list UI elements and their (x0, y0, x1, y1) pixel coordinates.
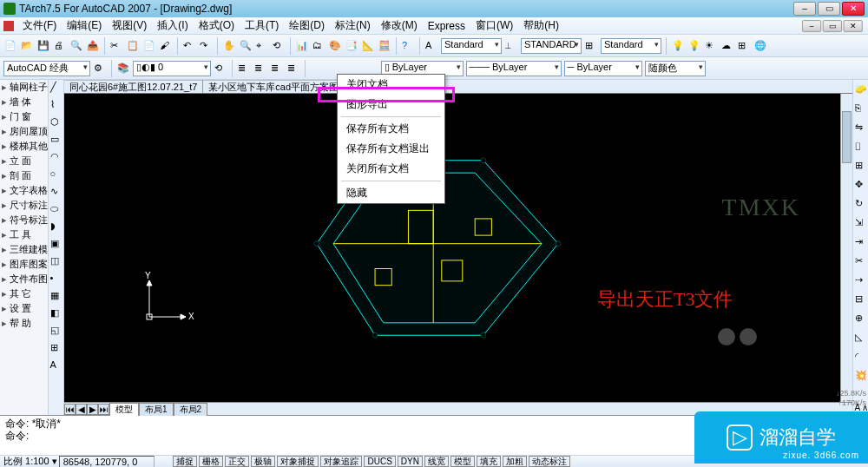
erase-icon[interactable]: 🧽 (855, 83, 867, 95)
tab-layout1[interactable]: 布局1 (139, 403, 174, 416)
mtext-icon[interactable]: A (50, 359, 62, 372)
nav-icons[interactable] (713, 324, 766, 350)
tree-text[interactable]: 文字表格 (0, 183, 48, 198)
toggle-otrack[interactable]: 对象追踪 (320, 456, 362, 467)
publish-icon[interactable]: 📤 (86, 39, 100, 53)
block-icon[interactable]: ◫ (50, 255, 62, 267)
tab-nav-last[interactable]: ⏭ (98, 404, 109, 415)
polygon-icon[interactable]: ⬡ (50, 116, 62, 128)
menu-express[interactable]: Express (423, 20, 470, 32)
markup-icon[interactable]: 📐 (361, 39, 375, 53)
viewport[interactable]: TMXK 导出天正T3文件 X Y (64, 94, 852, 402)
close-button[interactable]: ✕ (842, 2, 865, 16)
minimize-button[interactable]: – (793, 2, 816, 16)
bulb2-icon[interactable]: 💡 (687, 39, 701, 53)
hatch-icon[interactable]: ▦ (50, 290, 62, 302)
tree-section[interactable]: 剖 面 (0, 168, 48, 183)
tree-elev[interactable]: 立 面 (0, 154, 48, 168)
ctx-close-doc[interactable]: 关闭文档 (338, 75, 444, 95)
ctx-export-drawing[interactable]: 图形导出 (338, 95, 444, 115)
stretch-icon[interactable]: ⇥ (855, 236, 867, 248)
toggle-dyn[interactable]: DYN (398, 456, 423, 467)
menu-tools[interactable]: 工具(T) (240, 18, 284, 33)
tab-nav-prev[interactable]: ◀ (76, 404, 87, 415)
pline-icon[interactable]: ⌇ (50, 99, 62, 111)
print-icon[interactable]: 🖨 (53, 39, 67, 53)
mdi-close-button[interactable]: ✕ (844, 20, 863, 32)
insert-icon[interactable]: ▣ (50, 238, 62, 250)
tree-stair[interactable]: 楼梯其他 (0, 139, 48, 154)
save-icon[interactable]: 💾 (36, 39, 50, 53)
menu-insert[interactable]: 插入(I) (152, 18, 193, 33)
tree-lib[interactable]: 图库图案 (0, 257, 48, 272)
status-scale[interactable]: 比例 1:100 ▾ (3, 455, 57, 467)
menu-edit[interactable]: 编辑(E) (62, 18, 107, 33)
tab-nav-first[interactable]: ⏮ (64, 404, 76, 415)
tree-room[interactable]: 房间屋顶 (0, 124, 48, 139)
toggle-snap[interactable]: 捕捉 (173, 456, 197, 467)
toggle-fill[interactable]: 填充 (477, 456, 501, 467)
tree-dim[interactable]: 尺寸标注 (0, 198, 48, 213)
ctx-save-all-exit[interactable]: 保存所有文档退出 (338, 139, 444, 159)
tree-help[interactable]: 帮 助 (0, 316, 48, 331)
line-icon[interactable]: ╱ (50, 82, 62, 94)
zoom-window-icon[interactable]: ⌖ (255, 39, 269, 53)
gear-icon[interactable]: ⚙ (93, 62, 107, 76)
dcenter-icon[interactable]: 🗂 (312, 39, 326, 53)
scale-icon[interactable]: ⇲ (855, 217, 867, 229)
zoom-prev-icon[interactable]: ⟲ (272, 39, 286, 53)
cloud-icon[interactable]: ☁ (720, 39, 734, 53)
properties-icon[interactable]: 📊 (295, 39, 309, 53)
ctx-close-all[interactable]: 关闭所有文档 (338, 159, 444, 179)
spline-icon[interactable]: ∿ (50, 186, 62, 198)
copy2-icon[interactable]: ⎘ (855, 102, 867, 115)
layer-mgr-icon[interactable]: 📚 (116, 62, 130, 76)
tree-3d[interactable]: 三维建模 (0, 242, 48, 257)
toggle-model[interactable]: 模型 (450, 456, 475, 467)
copy-icon[interactable]: 📋 (126, 39, 140, 53)
tab-layout2[interactable]: 布局2 (174, 403, 208, 416)
menu-draw[interactable]: 绘图(D) (284, 18, 330, 33)
move-icon[interactable]: ✥ (855, 179, 867, 191)
tree-tool[interactable]: 工 具 (0, 227, 48, 242)
pan-icon[interactable]: ✋ (222, 39, 236, 53)
rotate-icon[interactable]: ↻ (855, 198, 867, 210)
layer-prev-icon[interactable]: ⟲ (214, 62, 227, 76)
menu-dim[interactable]: 标注(N) (330, 18, 376, 33)
cut-icon[interactable]: ✂ (109, 39, 123, 53)
plotstyle-combo[interactable]: 随颜色 (645, 61, 706, 76)
layer-combo[interactable]: ▯◐▮ 0 (133, 61, 211, 76)
scrollbar-vertical[interactable] (840, 94, 852, 402)
tablestyle-icon[interactable]: ⊞ (584, 39, 598, 53)
arc-icon[interactable]: ◠ (50, 151, 62, 163)
toggle-polar[interactable]: 极轴 (251, 456, 275, 467)
menu-format[interactable]: 格式(O) (194, 18, 240, 33)
toggle-lwt[interactable]: 线宽 (424, 456, 449, 467)
sun-icon[interactable]: ☀ (704, 39, 718, 53)
circle-icon[interactable]: ○ (50, 168, 62, 181)
gradient-icon[interactable]: ◧ (50, 307, 62, 319)
join-icon[interactable]: ⊕ (855, 312, 867, 325)
tree-file[interactable]: 文件布图 (0, 272, 48, 286)
tree-set[interactable]: 设 置 (0, 301, 48, 316)
textstyle-combo[interactable]: Standard (441, 38, 502, 54)
tab-model[interactable]: 模型 (109, 403, 139, 416)
layers3-icon[interactable]: ≣ (270, 62, 284, 76)
toggle-grid[interactable]: 栅格 (199, 456, 223, 467)
menu-modify[interactable]: 修改(M) (376, 18, 423, 33)
mdi-restore-button[interactable]: ▭ (823, 20, 842, 32)
array-icon[interactable]: ⊞ (855, 160, 867, 172)
redo-icon[interactable]: ↷ (199, 39, 213, 53)
calc-icon[interactable]: 🧮 (378, 39, 391, 53)
paste-icon[interactable]: 📄 (142, 39, 156, 53)
tablestyle-combo[interactable]: Standard (601, 38, 661, 54)
textstyle-icon[interactable]: A (424, 39, 438, 53)
new-icon[interactable]: 📄 (3, 39, 17, 53)
tree-symbol[interactable]: 符号标注 (0, 213, 48, 227)
menu-help[interactable]: 帮助(H) (518, 18, 564, 33)
undo-icon[interactable]: ↶ (182, 39, 196, 53)
dimstyle-combo[interactable]: STANDARD (521, 38, 582, 54)
grid-icon[interactable]: ⊞ (737, 39, 751, 53)
lineweight-combo[interactable]: ─ ByLayer (564, 61, 642, 76)
sheet-set-icon[interactable]: 📑 (345, 39, 358, 53)
